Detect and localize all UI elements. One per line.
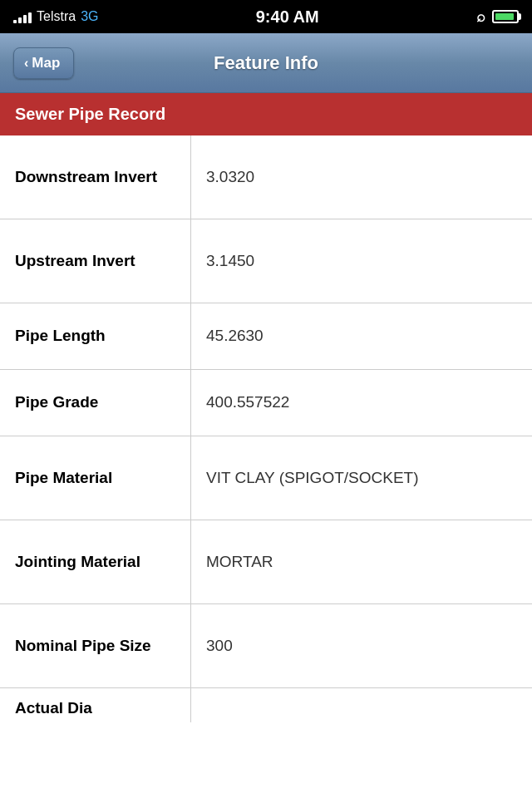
table-row: Jointing Material MORTAR xyxy=(0,520,532,604)
table-row: Pipe Grade 400.557522 xyxy=(0,370,532,436)
battery-fill xyxy=(495,13,514,20)
status-left: Telstra 3G xyxy=(13,9,98,24)
signal-bar-3 xyxy=(23,15,27,23)
battery-icon xyxy=(492,10,519,23)
cell-value-pipe-material: VIT CLAY (SPIGOT/SOCKET) xyxy=(191,436,532,520)
table-header-text: Sewer Pipe Record xyxy=(15,105,165,123)
cell-label-upstream-invert: Upstream Invert xyxy=(0,219,191,303)
bluetooth-icon: ⌕ xyxy=(476,8,485,26)
cell-value-downstream-invert: 3.0320 xyxy=(191,135,532,219)
cell-label-actual-dia: Actual Dia xyxy=(0,688,191,722)
signal-bar-1 xyxy=(13,20,17,23)
cell-value-actual-dia xyxy=(191,688,532,722)
content-area: Sewer Pipe Record Downstream Invert 3.03… xyxy=(0,93,532,798)
back-button-label: Map xyxy=(32,55,60,71)
table-row: Downstream Invert 3.0320 xyxy=(0,135,532,219)
back-button[interactable]: ‹ Map xyxy=(13,47,74,79)
status-bar: Telstra 3G 9:40 AM ⌕ xyxy=(0,0,532,33)
page-title: Feature Info xyxy=(214,52,318,74)
cell-value-pipe-grade: 400.557522 xyxy=(191,370,532,436)
table-row: Nominal Pipe Size 300 xyxy=(0,604,532,688)
table-row: Pipe Length 45.2630 xyxy=(0,303,532,370)
signal-bar-2 xyxy=(18,17,22,23)
table-header: Sewer Pipe Record xyxy=(0,93,532,135)
status-time: 9:40 AM xyxy=(256,7,319,27)
table-row: Actual Dia xyxy=(0,688,532,722)
cell-label-nominal-pipe-size: Nominal Pipe Size xyxy=(0,604,191,687)
cell-value-jointing-material: MORTAR xyxy=(191,520,532,603)
network-label: 3G xyxy=(81,9,98,24)
table-row: Upstream Invert 3.1450 xyxy=(0,219,532,303)
cell-value-upstream-invert: 3.1450 xyxy=(191,219,532,303)
feature-table: Sewer Pipe Record Downstream Invert 3.03… xyxy=(0,93,532,722)
signal-bars xyxy=(13,10,32,23)
status-right: ⌕ xyxy=(476,8,519,26)
chevron-left-icon: ‹ xyxy=(24,56,28,71)
cell-label-pipe-length: Pipe Length xyxy=(0,303,191,369)
cell-label-downstream-invert: Downstream Invert xyxy=(0,135,191,219)
cell-value-pipe-length: 45.2630 xyxy=(191,303,532,369)
cell-label-pipe-material: Pipe Material xyxy=(0,436,191,520)
table-row: Pipe Material VIT CLAY (SPIGOT/SOCKET) xyxy=(0,436,532,520)
cell-label-pipe-grade: Pipe Grade xyxy=(0,370,191,436)
carrier-label: Telstra xyxy=(37,9,76,24)
nav-bar: ‹ Map Feature Info xyxy=(0,33,532,93)
cell-value-nominal-pipe-size: 300 xyxy=(191,604,532,687)
cell-label-jointing-material: Jointing Material xyxy=(0,520,191,603)
signal-bar-4 xyxy=(28,12,32,23)
